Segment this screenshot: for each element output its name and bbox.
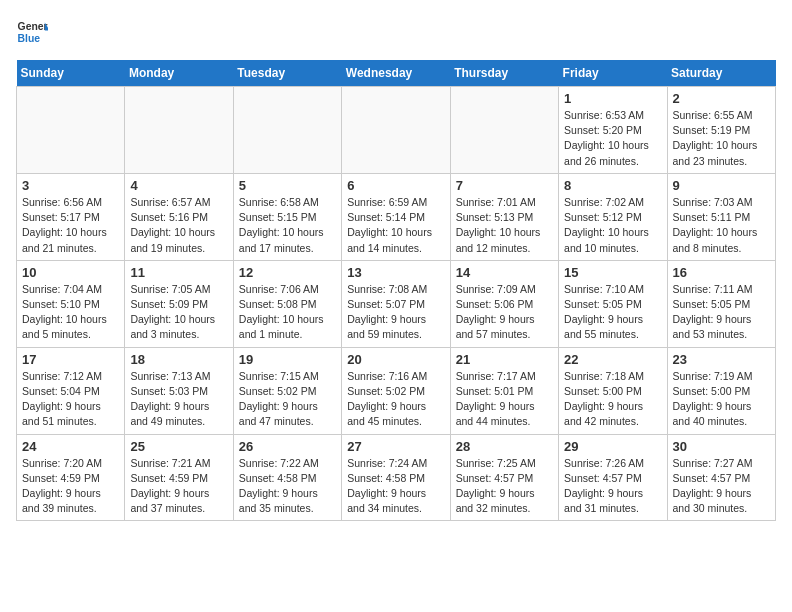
calendar-table: SundayMondayTuesdayWednesdayThursdayFrid… [16, 60, 776, 521]
weekday-header-friday: Friday [559, 60, 667, 87]
day-info: Sunrise: 7:22 AM Sunset: 4:58 PM Dayligh… [239, 456, 336, 517]
calendar-cell: 24Sunrise: 7:20 AM Sunset: 4:59 PM Dayli… [17, 434, 125, 521]
day-number: 16 [673, 265, 770, 280]
day-number: 5 [239, 178, 336, 193]
day-info: Sunrise: 7:16 AM Sunset: 5:02 PM Dayligh… [347, 369, 444, 430]
week-row-5: 24Sunrise: 7:20 AM Sunset: 4:59 PM Dayli… [17, 434, 776, 521]
calendar-cell: 17Sunrise: 7:12 AM Sunset: 5:04 PM Dayli… [17, 347, 125, 434]
day-info: Sunrise: 7:20 AM Sunset: 4:59 PM Dayligh… [22, 456, 119, 517]
calendar-cell: 18Sunrise: 7:13 AM Sunset: 5:03 PM Dayli… [125, 347, 233, 434]
calendar-cell: 22Sunrise: 7:18 AM Sunset: 5:00 PM Dayli… [559, 347, 667, 434]
calendar-cell: 13Sunrise: 7:08 AM Sunset: 5:07 PM Dayli… [342, 260, 450, 347]
day-number: 28 [456, 439, 553, 454]
calendar-cell: 5Sunrise: 6:58 AM Sunset: 5:15 PM Daylig… [233, 173, 341, 260]
weekday-header-saturday: Saturday [667, 60, 775, 87]
calendar-cell: 19Sunrise: 7:15 AM Sunset: 5:02 PM Dayli… [233, 347, 341, 434]
day-info: Sunrise: 7:21 AM Sunset: 4:59 PM Dayligh… [130, 456, 227, 517]
day-info: Sunrise: 6:58 AM Sunset: 5:15 PM Dayligh… [239, 195, 336, 256]
day-info: Sunrise: 7:04 AM Sunset: 5:10 PM Dayligh… [22, 282, 119, 343]
weekday-header-thursday: Thursday [450, 60, 558, 87]
calendar-cell: 1Sunrise: 6:53 AM Sunset: 5:20 PM Daylig… [559, 87, 667, 174]
day-number: 26 [239, 439, 336, 454]
day-number: 9 [673, 178, 770, 193]
calendar-cell: 20Sunrise: 7:16 AM Sunset: 5:02 PM Dayli… [342, 347, 450, 434]
calendar-cell: 11Sunrise: 7:05 AM Sunset: 5:09 PM Dayli… [125, 260, 233, 347]
week-row-3: 10Sunrise: 7:04 AM Sunset: 5:10 PM Dayli… [17, 260, 776, 347]
day-info: Sunrise: 6:53 AM Sunset: 5:20 PM Dayligh… [564, 108, 661, 169]
day-info: Sunrise: 7:06 AM Sunset: 5:08 PM Dayligh… [239, 282, 336, 343]
day-info: Sunrise: 7:25 AM Sunset: 4:57 PM Dayligh… [456, 456, 553, 517]
calendar-cell: 16Sunrise: 7:11 AM Sunset: 5:05 PM Dayli… [667, 260, 775, 347]
day-number: 8 [564, 178, 661, 193]
svg-text:Blue: Blue [18, 33, 41, 44]
calendar-cell: 2Sunrise: 6:55 AM Sunset: 5:19 PM Daylig… [667, 87, 775, 174]
week-row-4: 17Sunrise: 7:12 AM Sunset: 5:04 PM Dayli… [17, 347, 776, 434]
day-number: 11 [130, 265, 227, 280]
day-info: Sunrise: 7:03 AM Sunset: 5:11 PM Dayligh… [673, 195, 770, 256]
day-number: 20 [347, 352, 444, 367]
day-number: 30 [673, 439, 770, 454]
calendar-cell: 15Sunrise: 7:10 AM Sunset: 5:05 PM Dayli… [559, 260, 667, 347]
day-number: 19 [239, 352, 336, 367]
day-info: Sunrise: 6:59 AM Sunset: 5:14 PM Dayligh… [347, 195, 444, 256]
day-info: Sunrise: 7:02 AM Sunset: 5:12 PM Dayligh… [564, 195, 661, 256]
calendar-cell [450, 87, 558, 174]
day-info: Sunrise: 6:56 AM Sunset: 5:17 PM Dayligh… [22, 195, 119, 256]
day-number: 1 [564, 91, 661, 106]
day-number: 17 [22, 352, 119, 367]
day-info: Sunrise: 7:01 AM Sunset: 5:13 PM Dayligh… [456, 195, 553, 256]
calendar-cell: 30Sunrise: 7:27 AM Sunset: 4:57 PM Dayli… [667, 434, 775, 521]
calendar-cell: 27Sunrise: 7:24 AM Sunset: 4:58 PM Dayli… [342, 434, 450, 521]
day-number: 2 [673, 91, 770, 106]
day-number: 10 [22, 265, 119, 280]
day-number: 21 [456, 352, 553, 367]
day-info: Sunrise: 6:55 AM Sunset: 5:19 PM Dayligh… [673, 108, 770, 169]
calendar-cell: 10Sunrise: 7:04 AM Sunset: 5:10 PM Dayli… [17, 260, 125, 347]
calendar-cell: 23Sunrise: 7:19 AM Sunset: 5:00 PM Dayli… [667, 347, 775, 434]
day-number: 12 [239, 265, 336, 280]
logo: General Blue [16, 16, 52, 48]
calendar-cell: 25Sunrise: 7:21 AM Sunset: 4:59 PM Dayli… [125, 434, 233, 521]
day-info: Sunrise: 7:26 AM Sunset: 4:57 PM Dayligh… [564, 456, 661, 517]
day-number: 25 [130, 439, 227, 454]
calendar-cell [342, 87, 450, 174]
calendar-cell: 7Sunrise: 7:01 AM Sunset: 5:13 PM Daylig… [450, 173, 558, 260]
day-info: Sunrise: 7:08 AM Sunset: 5:07 PM Dayligh… [347, 282, 444, 343]
weekday-header-wednesday: Wednesday [342, 60, 450, 87]
day-number: 4 [130, 178, 227, 193]
day-info: Sunrise: 7:27 AM Sunset: 4:57 PM Dayligh… [673, 456, 770, 517]
day-number: 13 [347, 265, 444, 280]
week-row-2: 3Sunrise: 6:56 AM Sunset: 5:17 PM Daylig… [17, 173, 776, 260]
day-info: Sunrise: 7:10 AM Sunset: 5:05 PM Dayligh… [564, 282, 661, 343]
weekday-header-row: SundayMondayTuesdayWednesdayThursdayFrid… [17, 60, 776, 87]
day-number: 7 [456, 178, 553, 193]
day-number: 14 [456, 265, 553, 280]
calendar-cell: 12Sunrise: 7:06 AM Sunset: 5:08 PM Dayli… [233, 260, 341, 347]
day-info: Sunrise: 7:18 AM Sunset: 5:00 PM Dayligh… [564, 369, 661, 430]
day-info: Sunrise: 7:11 AM Sunset: 5:05 PM Dayligh… [673, 282, 770, 343]
page-header: General Blue [16, 16, 776, 48]
day-info: Sunrise: 6:57 AM Sunset: 5:16 PM Dayligh… [130, 195, 227, 256]
calendar-cell [233, 87, 341, 174]
day-number: 15 [564, 265, 661, 280]
calendar-cell: 26Sunrise: 7:22 AM Sunset: 4:58 PM Dayli… [233, 434, 341, 521]
day-info: Sunrise: 7:09 AM Sunset: 5:06 PM Dayligh… [456, 282, 553, 343]
day-info: Sunrise: 7:24 AM Sunset: 4:58 PM Dayligh… [347, 456, 444, 517]
calendar-cell: 8Sunrise: 7:02 AM Sunset: 5:12 PM Daylig… [559, 173, 667, 260]
day-number: 6 [347, 178, 444, 193]
day-number: 22 [564, 352, 661, 367]
day-number: 3 [22, 178, 119, 193]
weekday-header-tuesday: Tuesday [233, 60, 341, 87]
calendar-cell: 9Sunrise: 7:03 AM Sunset: 5:11 PM Daylig… [667, 173, 775, 260]
day-info: Sunrise: 7:17 AM Sunset: 5:01 PM Dayligh… [456, 369, 553, 430]
day-info: Sunrise: 7:12 AM Sunset: 5:04 PM Dayligh… [22, 369, 119, 430]
day-info: Sunrise: 7:15 AM Sunset: 5:02 PM Dayligh… [239, 369, 336, 430]
week-row-1: 1Sunrise: 6:53 AM Sunset: 5:20 PM Daylig… [17, 87, 776, 174]
day-info: Sunrise: 7:05 AM Sunset: 5:09 PM Dayligh… [130, 282, 227, 343]
day-number: 18 [130, 352, 227, 367]
day-number: 24 [22, 439, 119, 454]
calendar-cell: 14Sunrise: 7:09 AM Sunset: 5:06 PM Dayli… [450, 260, 558, 347]
day-number: 29 [564, 439, 661, 454]
calendar-cell: 4Sunrise: 6:57 AM Sunset: 5:16 PM Daylig… [125, 173, 233, 260]
calendar-cell [125, 87, 233, 174]
